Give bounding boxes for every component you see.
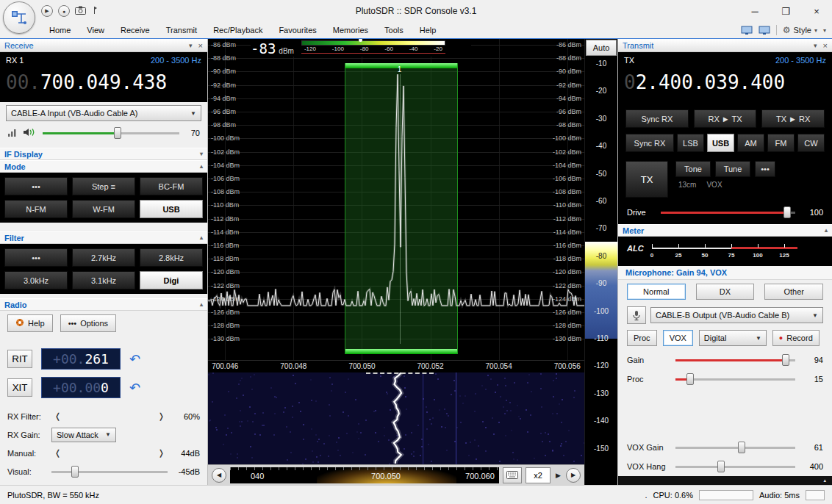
mode-button[interactable]: USB	[140, 200, 203, 218]
volume-slider[interactable]	[43, 127, 179, 139]
xit-undo-icon[interactable]: ↶	[129, 381, 140, 395]
mic-profile-button[interactable]: Other	[764, 284, 823, 300]
proc-slider[interactable]	[675, 373, 795, 385]
if-display-section-header[interactable]: IF Display ▾	[0, 148, 207, 160]
monitor-icon[interactable]	[741, 26, 753, 35]
speaker-icon[interactable]	[23, 127, 37, 139]
gain-slider[interactable]	[675, 354, 795, 366]
decrement-button[interactable]: ❬	[51, 448, 64, 458]
menu-item[interactable]: Receive	[112, 22, 158, 38]
panel-close-icon[interactable]: ×	[823, 41, 828, 50]
visual-gain-slider[interactable]	[51, 466, 168, 478]
monitor-2-icon[interactable]	[759, 26, 770, 35]
filter-button[interactable]: 3.0kHz	[4, 271, 68, 289]
sync-button[interactable]: RX ► TX	[694, 109, 757, 128]
scroll-right-button[interactable]: ▶	[566, 468, 581, 483]
panel-close-icon[interactable]: ×	[198, 41, 203, 50]
chevron-up-icon[interactable]: ▴	[200, 163, 203, 170]
decrement-button[interactable]: ❬	[51, 411, 64, 421]
collapsed-section-strip[interactable]: ▴	[618, 476, 832, 485]
chevron-up-icon[interactable]: ▴	[825, 227, 828, 234]
increment-button[interactable]: ❭	[155, 448, 168, 458]
panel-collapse-icon[interactable]: ▾	[814, 42, 817, 49]
chevron-up-icon[interactable]: ▴	[200, 234, 203, 241]
meter-section-header[interactable]: Meter ▴	[618, 224, 832, 237]
minimize-button[interactable]: ─	[739, 1, 770, 21]
overflow-chevron-icon[interactable]: ▾	[823, 27, 826, 34]
mode-button[interactable]: Step ≡	[72, 177, 135, 195]
xit-display[interactable]: +00.000	[41, 377, 121, 398]
rit-display[interactable]: +00.261	[41, 348, 121, 370]
mode-button[interactable]: BC-FM	[140, 177, 203, 195]
waterfall[interactable]	[208, 372, 584, 464]
tx-mode-button[interactable]: LSB	[677, 134, 704, 152]
menu-item[interactable]: Favourites	[270, 22, 324, 38]
mic-profile-button[interactable]: Normal	[627, 284, 686, 300]
level-scale[interactable]: -10-20-30-40-50-60-70-80-90-100-110-120-…	[585, 57, 617, 485]
maximize-button[interactable]: ❒	[770, 1, 801, 21]
zoom-increase-button[interactable]: ▶	[554, 472, 562, 479]
audio-output-select[interactable]: CABLE-B Output (VB-Audio Cable B) ▼	[650, 307, 823, 323]
keyboard-entry-button[interactable]	[503, 467, 522, 483]
vox-toggle-button[interactable]: VOX	[663, 330, 693, 346]
frequency-axis[interactable]: 700.046700.048700.050700.052700.054700.0…	[208, 360, 584, 372]
chevron-up-icon[interactable]: ▴	[200, 301, 203, 308]
levels-icon[interactable]	[7, 128, 17, 139]
filter-button[interactable]: Digi	[140, 271, 203, 289]
rx-frequency-display[interactable]: 00.700.049.438	[6, 66, 201, 98]
tx-mode-button[interactable]: AM	[737, 134, 764, 152]
tx-button[interactable]: TX	[625, 161, 668, 198]
audio-input-select[interactable]: CABLE-A Input (VB-Audio Cable A) ▼	[6, 105, 201, 121]
proc-toggle-button[interactable]: Proc	[627, 330, 657, 346]
mode-button[interactable]: •••	[4, 177, 68, 195]
tx-frequency-display[interactable]: 02.400.039.400	[624, 66, 826, 98]
filter-button[interactable]: 2.8kHz	[140, 248, 203, 267]
tone-button[interactable]: Tone	[675, 161, 711, 177]
menu-item[interactable]: Home	[41, 22, 79, 38]
menu-item[interactable]: Tools	[376, 22, 412, 38]
digital-mode-select[interactable]: Digital ▼	[699, 330, 767, 346]
tx-mode-button[interactable]: CW	[797, 134, 825, 152]
mode-button[interactable]: W-FM	[72, 200, 135, 218]
microphone-button[interactable]	[627, 306, 646, 324]
frequency-strip[interactable]: 040 700.050 700.060	[230, 467, 499, 483]
tx-mode-button[interactable]: USB	[707, 134, 734, 152]
rit-undo-icon[interactable]: ↶	[129, 353, 140, 366]
mode-section-header[interactable]: Mode ▴	[0, 160, 207, 173]
xit-button[interactable]: XIT	[7, 378, 32, 397]
menu-item[interactable]: View	[79, 22, 112, 38]
sync-button[interactable]: Sync RX	[625, 109, 689, 128]
more-options-button[interactable]: •••	[755, 161, 775, 177]
options-button[interactable]: ••• Options	[60, 314, 116, 332]
menu-item[interactable]: Help	[412, 22, 445, 38]
help-button[interactable]: Help	[7, 314, 53, 332]
tx-mode-button[interactable]: FM	[767, 134, 795, 152]
chevron-down-icon[interactable]: ▾	[200, 151, 203, 157]
tune-button[interactable]: Tune	[715, 161, 750, 177]
rit-button[interactable]: RIT	[7, 350, 32, 368]
mode-button[interactable]: N-FM	[4, 200, 68, 218]
drive-slider[interactable]	[661, 206, 795, 218]
record-button[interactable]: ● Record	[772, 330, 820, 346]
sync-button[interactable]: TX ► RX	[761, 109, 825, 128]
menu-item[interactable]: Transmit	[158, 22, 205, 38]
spectrum-plot[interactable]: 1 -83 dBm -120-100-80-60-40-	[208, 39, 584, 360]
zoom-level-box[interactable]: x2	[526, 467, 551, 483]
scroll-left-button[interactable]: ◀	[212, 468, 226, 483]
menu-item[interactable]: Memories	[325, 22, 376, 38]
radio-section-header[interactable]: Radio ▴	[0, 298, 207, 311]
vox-gain-slider[interactable]	[675, 442, 795, 453]
app-logo[interactable]	[3, 1, 35, 34]
style-dropdown[interactable]: ⚙ Style ▾	[783, 25, 817, 35]
panel-collapse-icon[interactable]: ▾	[189, 42, 193, 49]
close-button[interactable]: ×	[801, 1, 832, 21]
filter-button[interactable]: 2.7kHz	[72, 248, 135, 267]
vox-hang-slider[interactable]	[675, 461, 795, 472]
filter-button[interactable]: •••	[4, 248, 68, 267]
filter-button[interactable]: 3.1kHz	[72, 271, 135, 289]
menu-item[interactable]: Rec/Playback	[205, 22, 270, 38]
rx-gain-select[interactable]: Slow Attack ▼	[51, 428, 116, 442]
filter-section-header[interactable]: Filter ▴	[0, 231, 207, 244]
mic-profile-button[interactable]: DX	[696, 284, 755, 300]
tx-mode-button[interactable]: Sync RX	[625, 134, 674, 152]
